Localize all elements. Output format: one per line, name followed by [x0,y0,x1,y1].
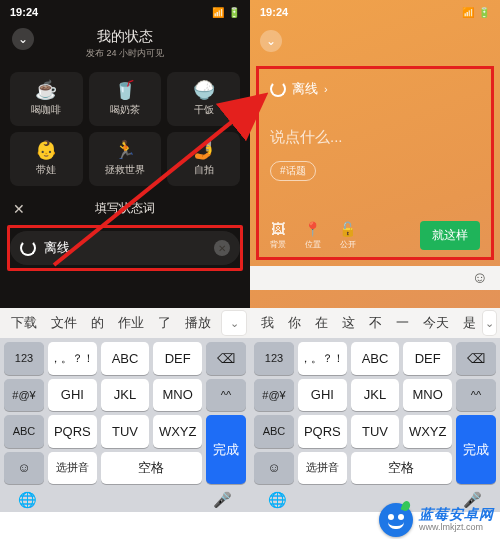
expand-suggestions[interactable]: ⌄ [222,311,246,335]
signal-icon: 📶 [212,7,224,18]
key-symbols[interactable]: #@¥ [4,379,44,412]
emoji-button[interactable]: ☺ [472,269,488,287]
key-abc-mode[interactable]: ABC [4,415,44,448]
status-eat[interactable]: 🍚 干饭 [167,72,240,126]
status-label: 自拍 [194,163,214,177]
compose-input[interactable]: 说点什么... [270,128,480,147]
suggestion[interactable]: 在 [308,314,335,332]
globe-icon[interactable]: 🌐 [268,491,287,509]
confirm-button[interactable]: 就这样 [420,221,480,250]
status-label: 喝奶茶 [110,103,140,117]
battery-icon: 🔋 [478,7,490,18]
status-selfie[interactable]: 🤳 自拍 [167,132,240,186]
run-icon: 🏃 [114,141,136,159]
suggestion[interactable]: 不 [362,314,389,332]
status-header[interactable]: 离线 › [270,80,480,98]
status-label: 带娃 [36,163,56,177]
key-mno[interactable]: MNO [403,379,452,412]
key-pqrs[interactable]: PQRS [48,415,97,448]
key-pinyin[interactable]: 选拼音 [48,452,97,485]
key-abc[interactable]: ABC [101,342,150,375]
status-coffee[interactable]: ☕ 喝咖啡 [10,72,83,126]
lock-icon: 🔓 [339,221,356,237]
key-mno[interactable]: MNO [153,379,202,412]
key-tuv[interactable]: TUV [101,415,150,448]
phone-left: 19:24 📶 🔋 ⌄ 我的状态 发布 24 小时内可见 ☕ 喝咖啡 [0,0,250,512]
key-caret[interactable]: ^^ [206,379,246,412]
key-emoji[interactable]: ☺ [254,452,294,485]
status-hero[interactable]: 🏃 拯救世界 [89,132,162,186]
key-done[interactable]: 完成 [456,415,496,484]
key-caret[interactable]: ^^ [456,379,496,412]
selfie-icon: 🤳 [193,141,215,159]
custom-label: 填写状态词 [38,200,212,217]
key-def[interactable]: DEF [153,342,202,375]
key-tuv[interactable]: TUV [351,415,400,448]
emoji-icon: ☺ [17,460,30,475]
topic-tag[interactable]: #话题 [270,161,316,181]
status-input[interactable]: 离线 ✕ [10,231,240,265]
option-label: 背景 [270,239,286,250]
battery-icon: 🔋 [228,7,240,18]
key-pqrs[interactable]: PQRS [298,415,347,448]
option-visibility[interactable]: 🔓 公开 [339,221,356,250]
chevron-right-icon: › [324,83,328,95]
suggestion[interactable]: 这 [335,314,362,332]
option-label: 位置 [305,239,321,250]
suggestion[interactable]: 文件 [44,314,84,332]
key-backspace[interactable]: ⌫ [456,342,496,375]
back-button[interactable]: ⌄ [12,28,34,50]
expand-suggestions[interactable]: ⌄ [483,311,496,335]
coffee-icon: ☕ [35,81,57,99]
key-abc[interactable]: ABC [351,342,400,375]
key-pinyin[interactable]: 选拼音 [298,452,347,485]
key-abc-mode[interactable]: ABC [254,415,294,448]
status-name: 离线 [292,80,318,98]
key-done[interactable]: 完成 [206,415,246,484]
key-symbols[interactable]: #@¥ [254,379,294,412]
status-time: 19:24 [10,6,38,18]
suggestion[interactable]: 是 [456,314,483,332]
key-ghi[interactable]: GHI [48,379,97,412]
key-backspace[interactable]: ⌫ [206,342,246,375]
suggestion[interactable]: 播放 [178,314,218,332]
back-button[interactable]: ⌄ [260,30,282,52]
suggestion[interactable]: 今天 [416,314,456,332]
suggestion[interactable]: 我 [254,314,281,332]
keyboard: 123 ，。？！ ABC DEF ⌫ #@¥ GHI JKL MNO ^^ AB… [0,338,250,488]
suggestion[interactable]: 下载 [4,314,44,332]
key-123[interactable]: 123 [4,342,44,375]
key-def[interactable]: DEF [403,342,452,375]
key-punct[interactable]: ，。？！ [298,342,347,375]
close-button[interactable]: ✕ [10,201,28,217]
suggestion[interactable]: 的 [84,314,111,332]
globe-icon[interactable]: 🌐 [18,491,37,509]
key-ghi[interactable]: GHI [298,379,347,412]
key-emoji[interactable]: ☺ [4,452,44,485]
key-jkl[interactable]: JKL [101,379,150,412]
option-location[interactable]: 📍 位置 [304,221,321,250]
key-space[interactable]: 空格 [351,452,452,485]
status-bar: 19:24 📶 🔋 [250,0,500,24]
status-milktea[interactable]: 🥤 喝奶茶 [89,72,162,126]
clear-button[interactable]: ✕ [214,240,230,256]
option-background[interactable]: 🖼 背景 [270,221,286,250]
suggestion[interactable]: 一 [389,314,416,332]
status-input-value: 离线 [44,239,206,257]
location-icon: 📍 [304,221,321,237]
status-baby[interactable]: 👶 带娃 [10,132,83,186]
mic-icon[interactable]: 🎤 [213,491,232,509]
suggestion[interactable]: 了 [151,314,178,332]
key-space[interactable]: 空格 [101,452,202,485]
key-jkl[interactable]: JKL [351,379,400,412]
suggestion[interactable]: 作业 [111,314,151,332]
key-wxyz[interactable]: WXYZ [153,415,202,448]
image-icon: 🖼 [271,221,285,237]
drink-icon: 🥤 [114,81,136,99]
suggestion-bar: 我 你 在 这 不 一 今天 是 ⌄ [250,308,500,338]
key-punct[interactable]: ，。？！ [48,342,97,375]
key-123[interactable]: 123 [254,342,294,375]
compose-panel: 离线 › 说点什么... #话题 🖼 背景 📍 位置 🔓 公开 [256,66,494,260]
suggestion[interactable]: 你 [281,314,308,332]
key-wxyz[interactable]: WXYZ [403,415,452,448]
